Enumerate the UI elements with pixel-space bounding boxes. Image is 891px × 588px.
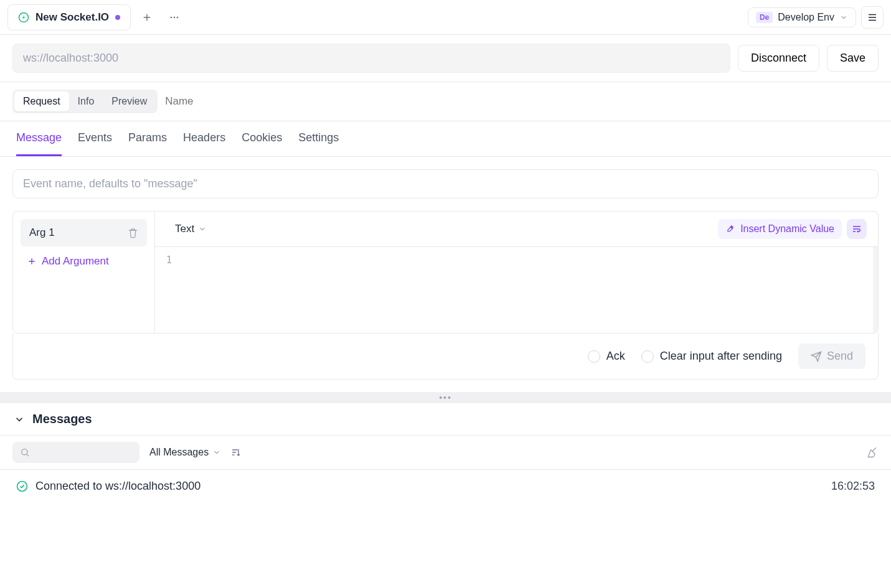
search-icon bbox=[20, 447, 30, 457]
view-tab-request[interactable]: Request bbox=[14, 91, 69, 111]
svg-point-3 bbox=[177, 16, 179, 18]
request-name-input[interactable] bbox=[165, 95, 290, 108]
tab-params[interactable]: Params bbox=[128, 121, 167, 156]
hamburger-icon bbox=[867, 12, 878, 23]
arg-sidebar: Arg 1 Add Argument bbox=[13, 212, 155, 333]
clear-input-label: Clear input after sending bbox=[660, 350, 782, 363]
chevron-down-icon bbox=[198, 225, 207, 233]
checkbox-icon bbox=[588, 350, 600, 363]
messages-title: Messages bbox=[32, 412, 92, 426]
tab-more-button[interactable] bbox=[163, 6, 186, 29]
tab-message[interactable]: Message bbox=[16, 121, 62, 156]
event-name-input[interactable] bbox=[12, 169, 879, 198]
line-number: 1 bbox=[166, 254, 172, 266]
ack-label: Ack bbox=[606, 350, 625, 363]
message-log-row[interactable]: Connected to ws://localhost:3000 16:02:5… bbox=[0, 470, 891, 503]
env-badge: De bbox=[756, 12, 773, 23]
insert-dynamic-label: Insert Dynamic Value bbox=[740, 223, 834, 235]
checkbox-icon bbox=[641, 350, 654, 363]
messages-toolbar: All Messages bbox=[0, 436, 891, 470]
args-editor: Arg 1 Add Argument Text Insert Dynamic V… bbox=[12, 211, 879, 334]
tab-title: New Socket.IO bbox=[35, 11, 109, 24]
messages-filter-selector[interactable]: All Messages bbox=[149, 447, 221, 458]
tab-bar: New Socket.IO De Develop Env bbox=[0, 0, 891, 35]
body-type-label: Text bbox=[175, 223, 194, 235]
wrap-icon bbox=[852, 224, 862, 234]
socketio-icon bbox=[18, 12, 29, 23]
send-label: Send bbox=[827, 350, 853, 363]
tab-events[interactable]: Events bbox=[78, 121, 112, 156]
body-type-selector[interactable]: Text bbox=[166, 223, 207, 235]
view-tabs: Request Info Preview bbox=[0, 82, 891, 121]
tab-new-socketio[interactable]: New Socket.IO bbox=[7, 4, 131, 30]
sort-icon bbox=[231, 447, 241, 457]
collapse-messages-button[interactable] bbox=[14, 414, 25, 425]
delete-arg-button[interactable] bbox=[128, 228, 138, 238]
chevron-down-icon bbox=[14, 414, 25, 425]
svg-point-2 bbox=[174, 16, 176, 18]
send-row: Ack Clear input after sending Send bbox=[12, 334, 879, 380]
svg-point-5 bbox=[17, 482, 27, 492]
tab-headers[interactable]: Headers bbox=[183, 121, 225, 156]
trash-icon bbox=[128, 228, 138, 238]
menu-button[interactable] bbox=[861, 6, 884, 29]
view-tab-info[interactable]: Info bbox=[69, 91, 103, 111]
add-argument-label: Add Argument bbox=[42, 255, 109, 268]
save-button[interactable]: Save bbox=[827, 45, 879, 72]
plus-icon bbox=[141, 12, 153, 23]
svg-point-1 bbox=[171, 16, 172, 18]
chevron-down-icon bbox=[839, 13, 848, 22]
ack-checkbox[interactable]: Ack bbox=[588, 350, 625, 363]
editor: Text Insert Dynamic Value 1 bbox=[155, 212, 878, 333]
add-argument-button[interactable]: Add Argument bbox=[21, 246, 147, 276]
chevron-down-icon bbox=[212, 448, 221, 457]
panel-resize-handle[interactable]: ••• bbox=[0, 392, 891, 403]
filter-label: All Messages bbox=[149, 447, 209, 458]
code-editor[interactable]: 1 bbox=[155, 247, 878, 333]
editor-toolbar: Text Insert Dynamic Value bbox=[155, 212, 878, 247]
messages-header: Messages bbox=[0, 403, 891, 436]
messages-search-input[interactable] bbox=[12, 442, 139, 463]
arg-item[interactable]: Arg 1 bbox=[21, 219, 147, 246]
environment-selector[interactable]: De Develop Env bbox=[748, 7, 856, 27]
magic-wand-icon bbox=[725, 224, 735, 234]
sort-button[interactable] bbox=[231, 447, 241, 457]
success-icon bbox=[16, 480, 28, 492]
send-icon bbox=[811, 351, 822, 362]
new-tab-button[interactable] bbox=[136, 6, 158, 29]
insert-dynamic-value-button[interactable]: Insert Dynamic Value bbox=[718, 219, 842, 239]
url-bar: Disconnect Save bbox=[0, 35, 891, 82]
url-input[interactable] bbox=[12, 44, 730, 73]
svg-point-4 bbox=[22, 449, 27, 455]
send-button[interactable]: Send bbox=[798, 343, 865, 369]
wrap-lines-button[interactable] bbox=[847, 219, 867, 239]
view-tab-preview[interactable]: Preview bbox=[103, 91, 156, 111]
env-label: Develop Env bbox=[778, 12, 834, 23]
arg-label: Arg 1 bbox=[29, 226, 55, 239]
disconnect-button[interactable]: Disconnect bbox=[738, 45, 819, 72]
clear-messages-button[interactable] bbox=[866, 446, 879, 459]
ellipsis-icon bbox=[168, 11, 181, 24]
plus-icon bbox=[27, 256, 37, 266]
tab-cookies[interactable]: Cookies bbox=[242, 121, 282, 156]
log-text: Connected to ws://localhost:3000 bbox=[35, 480, 200, 493]
sub-tabs: Message Events Params Headers Cookies Se… bbox=[0, 121, 891, 157]
broom-icon bbox=[866, 446, 879, 459]
clear-input-checkbox[interactable]: Clear input after sending bbox=[641, 350, 782, 363]
tab-settings[interactable]: Settings bbox=[298, 121, 339, 156]
log-timestamp: 16:02:53 bbox=[831, 480, 875, 493]
modified-indicator-icon bbox=[115, 15, 120, 20]
